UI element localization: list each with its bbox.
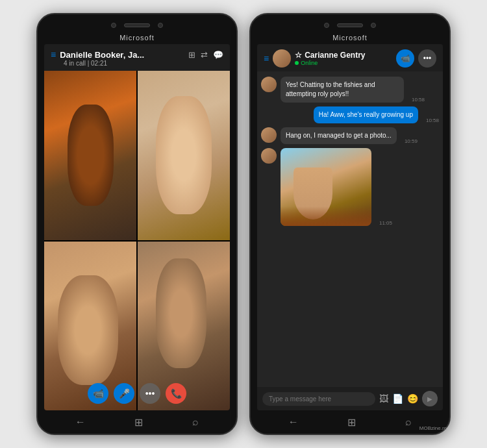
end-call-button[interactable]: 📞 [166,383,186,404]
camera-dot [111,23,116,28]
msg-bubble-1: Yes! Chatting to the fishies and attempt… [281,77,404,103]
msg-avatar-3 [261,127,277,143]
speaker-bar-2 [337,23,363,27]
message-3: Hang on, I managed to get a photo... 10:… [261,127,439,144]
phone-bottom-1: ← ⊞ ⌕ [38,410,236,434]
msg-avatar-1 [261,77,277,92]
watermark: MOBzine.ro [419,425,447,431]
msg-time-2: 10:58 [423,118,439,123]
more-options-button[interactable]: ••• [140,383,160,404]
file-attach-icon[interactable]: 📄 [392,393,403,404]
brand-2: Microsoft [332,32,368,44]
chat-header-buttons: 📹 ••• [396,49,436,68]
video-cell-1 [44,71,136,240]
home-button-2[interactable]: ⊞ [347,416,356,429]
chat-icon[interactable]: 💬 [213,50,223,60]
call-title: Danielle Booker, Ja... [60,50,184,60]
message-input[interactable] [262,392,375,406]
msg-time-1: 10:58 [409,97,425,103]
phone-2: Microsoft ≡ ☆ Carianne Gentry Online 📹 •… [249,13,451,435]
online-indicator [295,61,299,65]
phone-top-2 [251,14,449,32]
call-header-icons: ⊞ ⇄ 💬 [188,50,223,60]
msg-bubble-3: Hang on, I managed to get a photo... [281,127,397,144]
msg-bubble-2: Ha! Aww, she's really growing up [314,106,418,123]
send-button[interactable]: ▶ [422,391,438,406]
call-subtitle: 4 in call | 02:21 [51,60,223,67]
camera-dot-2 [158,23,163,28]
call-header: ≡ Danielle Booker, Ja... ⊞ ⇄ 💬 4 in call… [44,44,230,71]
star-icon: ☆ [295,51,302,60]
image-attach-icon[interactable]: 🖼 [379,393,388,404]
video-grid: 📹 🎤 ••• 📞 [44,71,230,410]
call-controls: 📹 🎤 ••• 📞 [88,383,186,404]
chat-messages: Yes! Chatting to the fishies and attempt… [257,71,443,387]
home-button-1[interactable]: ⊞ [134,416,143,429]
message-4: 11:05 [261,148,439,226]
grid-icon[interactable]: ⊞ [188,50,195,60]
message-2: Ha! Aww, she's really growing up 10:58 [261,106,439,123]
chat-input-bar: 🖼 📄 😊 ▶ [257,387,443,410]
video-cell-2 [138,71,230,240]
back-button-2[interactable]: ← [288,416,299,428]
chat-header: ≡ ☆ Carianne Gentry Online 📹 ••• [257,44,443,71]
chat-contact-name: ☆ Carianne Gentry [295,51,392,60]
screen-1: ≡ Danielle Booker, Ja... ⊞ ⇄ 💬 4 in call… [44,44,230,410]
camera-dot-3 [324,23,329,28]
phone-top-1 [38,14,236,32]
search-button-2[interactable]: ⌕ [405,416,412,428]
phone-1: Microsoft ≡ Danielle Booker, Ja... ⊞ ⇄ 💬… [36,13,238,435]
back-button-1[interactable]: ← [75,416,86,428]
msg-content-3: Hang on, I managed to get a photo... 10:… [281,127,439,144]
message-1: Yes! Chatting to the fishies and attempt… [261,77,439,103]
switch-icon[interactable]: ⇄ [201,50,208,60]
chat-more-button[interactable]: ••• [418,49,436,68]
msg-content-1: Yes! Chatting to the fishies and attempt… [281,77,439,103]
menu-icon[interactable]: ≡ [51,49,56,60]
brand-1: Microsoft [119,32,155,44]
video-call-button[interactable]: 📹 [396,49,414,68]
camera-dot-4 [371,23,376,28]
chat-header-info: ☆ Carianne Gentry Online [295,51,392,66]
chat-status: Online [295,60,392,66]
msg-avatar-4 [261,148,277,164]
emoji-icon[interactable]: 😊 [407,393,418,404]
speaker-bar [124,23,150,27]
search-button-1[interactable]: ⌕ [192,416,199,428]
msg-content-4: 11:05 [281,148,439,226]
chat-menu-icon[interactable]: ≡ [264,53,269,64]
mute-button[interactable]: 🎤 [114,383,134,404]
video-toggle-button[interactable]: 📹 [88,383,108,404]
msg-time-3: 10:59 [402,138,418,144]
msg-photo[interactable] [281,148,371,226]
screen-2: ≡ ☆ Carianne Gentry Online 📹 ••• [257,44,443,410]
chat-contact-avatar [273,49,291,68]
msg-time-4: 11:05 [377,220,392,226]
